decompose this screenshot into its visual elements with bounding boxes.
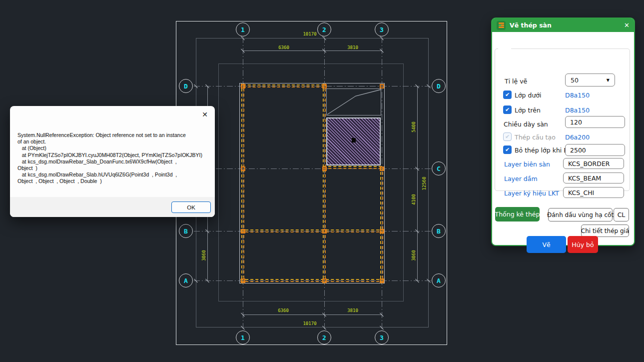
top-layer-label: Lớp trên xyxy=(515,106,541,114)
statistics-button[interactable]: Thống kê thép xyxy=(495,207,540,222)
column-marker xyxy=(380,166,384,171)
grid-bubble-right-C: C xyxy=(432,162,446,176)
grid-bubble-top-2: 2 xyxy=(317,22,331,36)
grid-bubble-left-D: D xyxy=(179,79,193,93)
layer-border-link[interactable]: Layer biên sàn xyxy=(504,160,550,168)
check-icon: ✔ xyxy=(505,92,510,98)
dim-right-overall: 12560 xyxy=(422,176,427,190)
check-icon: ✔ xyxy=(505,146,510,153)
check-icon: ✔ xyxy=(505,134,510,140)
top-layer-checkbox[interactable]: ✔ xyxy=(503,106,512,114)
grid-bubble-right-A: A xyxy=(432,274,446,288)
dim-right-span-CB: 4100 xyxy=(411,194,416,205)
steel-detail-button[interactable]: Chi tiết thép giá xyxy=(581,224,629,237)
scale-combobox[interactable]: 50 ▼ xyxy=(565,74,615,86)
beam-grid-C xyxy=(323,166,382,169)
grid-bubble-bottom-1: 1 xyxy=(236,330,250,344)
ve-thep-san-dialog: Vẽ thép sàn ✕ Tỉ lệ vẽ 50 ▼ ✔ Lớp dưới D… xyxy=(491,18,635,246)
grid-bubble-bottom-2: 2 xyxy=(317,330,331,344)
grid-bubble-right-B: B xyxy=(432,224,446,238)
bottom-layer-label: Lớp dưới xyxy=(515,92,542,99)
construction-steel-link[interactable]: D6a200 xyxy=(565,134,590,141)
column-marker xyxy=(380,278,384,283)
cl-button[interactable]: CL xyxy=(614,208,629,222)
column-marker xyxy=(380,84,384,88)
scale-label: Tỉ lệ vẽ xyxy=(505,78,527,85)
draw-button[interactable]: Vẽ xyxy=(527,236,566,253)
scale-value: 50 xyxy=(571,76,579,84)
dialog-body: Tỉ lệ vẽ 50 ▼ ✔ Lớp dưới D8a150 ✔ Lớp tr… xyxy=(492,32,634,245)
column-marker xyxy=(322,278,327,283)
layer-beam-input[interactable] xyxy=(563,172,624,184)
beam-grid-3 xyxy=(380,167,383,284)
beam-grid-2 xyxy=(323,84,326,284)
dim-bottom-span2: 3810 xyxy=(347,308,358,313)
bottom-layer-link[interactable]: D8a150 xyxy=(565,92,590,99)
beam-grid-B xyxy=(240,230,384,232)
close-icon[interactable]: ✕ xyxy=(624,22,630,29)
remove-steel-checkbox[interactable]: ✔ xyxy=(503,146,512,154)
exception-message: System.NullReferenceException: Object re… xyxy=(17,132,213,185)
ok-button[interactable]: OK xyxy=(171,202,211,213)
beam-grid-D xyxy=(243,84,324,88)
check-icon: ✔ xyxy=(505,106,510,113)
dialog-title: Vẽ thép sàn xyxy=(510,22,552,29)
column-marker xyxy=(241,84,245,88)
dim-right-span-DC: 5400 xyxy=(411,122,416,132)
dim-bottom-overall: 10170 xyxy=(303,321,316,326)
remove-steel-label: Bỏ thép lớp khi B xyxy=(515,146,568,154)
construction-steel-checkbox[interactable]: ✔ xyxy=(503,132,512,141)
layer-symbol-input[interactable] xyxy=(563,187,624,198)
column-marker xyxy=(241,166,245,171)
beam-grid-1 xyxy=(241,84,244,284)
slab-thickness-label: Chiều dày sàn xyxy=(504,120,548,128)
cad-workspace: 1 2 3 1 2 3 D C B A D C B A 10170 6360 3… xyxy=(0,0,644,362)
grid-bubble-top-3: 3 xyxy=(375,22,389,36)
grid-bubble-bottom-3: 3 xyxy=(375,330,389,344)
mark-lower-zone-button[interactable]: Đánh dấu vùng hạ cốt xyxy=(548,208,613,222)
dialog-titlebar[interactable]: Vẽ thép sàn ✕ xyxy=(492,18,634,32)
dim-top-overall: 10170 xyxy=(303,32,316,36)
construction-steel-label: Thép cấu tạo xyxy=(515,134,556,141)
slab-thickness-input[interactable] xyxy=(565,116,625,128)
dim-top-span1: 6360 xyxy=(278,45,289,50)
column-marker xyxy=(241,229,245,234)
layer-beam-link[interactable]: Layer dầm xyxy=(504,175,538,182)
grid-bubble-top-1: 1 xyxy=(236,22,250,36)
grid-bubble-right-D: D xyxy=(432,79,446,93)
column-marker xyxy=(322,166,327,171)
column-marker xyxy=(241,278,245,283)
chevron-down-icon: ▼ xyxy=(607,78,610,82)
cancel-button[interactable]: Hủy bỏ xyxy=(568,236,598,253)
dim-left-span-BA: 3060 xyxy=(201,250,206,261)
layer-border-input[interactable] xyxy=(563,158,624,169)
remove-steel-input[interactable] xyxy=(565,144,625,156)
bottom-layer-checkbox[interactable]: ✔ xyxy=(503,90,512,99)
beam-grid-A xyxy=(240,279,384,282)
dim-bottom-span1: 6360 xyxy=(278,308,289,313)
grid-bubble-left-B: B xyxy=(179,224,193,238)
dim-right-span-BA: 3060 xyxy=(411,250,416,261)
app-icon xyxy=(497,21,506,30)
dim-top-span2: 3810 xyxy=(347,45,358,50)
error-dialog: ✕ System.NullReferenceException: Object … xyxy=(10,106,215,217)
close-icon[interactable]: ✕ xyxy=(200,110,210,120)
column-marker xyxy=(322,84,327,88)
top-layer-link[interactable]: D8a150 xyxy=(565,106,590,114)
grid-bubble-left-A: A xyxy=(179,274,193,288)
layer-symbol-link[interactable]: Layer ký hiệu LKT xyxy=(504,190,559,197)
column-marker xyxy=(322,229,327,234)
column-marker xyxy=(380,229,384,234)
hatch-marker xyxy=(352,138,356,142)
